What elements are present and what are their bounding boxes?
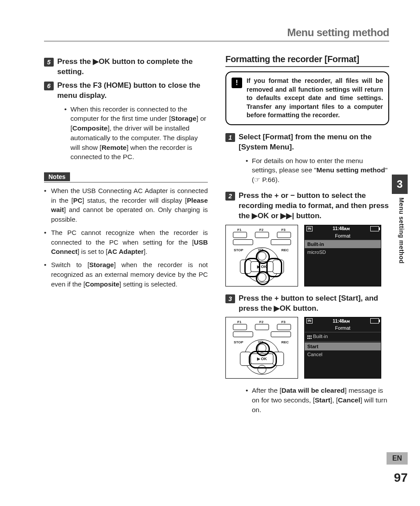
list-item: microSD — [305, 248, 381, 256]
step3-bullet: After the [Data will be cleared] message… — [246, 386, 389, 414]
step-number-2: 2 — [225, 192, 235, 201]
warning-text: If you format the recorder, all files wi… — [247, 77, 383, 120]
chapter-tab: 3 — [392, 175, 408, 194]
step-2-text: Press the + or − button to select the re… — [239, 191, 389, 221]
notes-label: Notes — [44, 172, 70, 181]
notes-rule — [44, 182, 208, 182]
section-heading-format: Formatting the recorder [Format] — [225, 54, 389, 64]
note-1: When the USB Connecting AC Adapter is co… — [44, 186, 208, 224]
screen-diagram-1: IN 11:48ᴀᴍ Format Built-in microSD — [304, 225, 381, 286]
screen-diagram-2: IN 11:48ᴀᴍ Format Built-in Start Cancel — [304, 317, 381, 379]
page-header-title: Menu setting method — [44, 26, 389, 41]
list-item: Start — [305, 342, 381, 350]
list-item: Built-in — [305, 332, 381, 340]
left-column: 5 Press the ▶OK button to complete the s… — [44, 54, 208, 421]
section-underline — [225, 66, 389, 67]
note-2: The PC cannot recognize when the recorde… — [44, 228, 208, 257]
step-number-1: 1 — [225, 133, 235, 142]
highlight-ok-icon — [249, 351, 277, 368]
step-5-text: Press the ▶OK button to complete the set… — [57, 57, 208, 77]
highlight-ok-left-icon — [244, 258, 260, 277]
battery-icon — [370, 226, 379, 231]
battery-icon — [370, 318, 379, 324]
play-icon: ▶ — [252, 212, 258, 220]
grid-icon — [307, 335, 312, 339]
list-item: Built-in — [305, 240, 381, 248]
device-diagram-2: F1 F2 F3 STOP REC VOL ▶OK — [225, 317, 298, 379]
fast-forward-icon: ▶▶| — [280, 212, 294, 220]
step-6-text: Press the F3 (HOME) button to close the … — [57, 81, 208, 101]
device-diagram-1: F1 F2 F3 STOP REC VOL — [225, 225, 298, 286]
step6-bullet: When this recorder is connected to the c… — [64, 104, 208, 162]
step-number-6: 6 — [44, 82, 54, 90]
page-number: 97 — [394, 471, 408, 485]
step-1-text: Select [Format] from the menu on the [Sy… — [239, 132, 389, 153]
right-column: Formatting the recorder [Format] ! If yo… — [225, 54, 389, 421]
play-icon: ▶ — [93, 57, 99, 66]
header-rule — [44, 41, 389, 42]
play-icon: ▶ — [274, 304, 280, 313]
warning-icon: ! — [232, 78, 242, 88]
chapter-side-label: Menu setting method — [398, 197, 405, 264]
highlight-fwd-icon — [266, 258, 282, 277]
step1-bullet: For details on how to enter the menu set… — [246, 156, 389, 185]
language-badge: EN — [387, 452, 408, 465]
note-3: Switch to [Storage] when the recorder is… — [44, 260, 208, 289]
step-3-text: Press the + button to select [Start], an… — [239, 294, 389, 314]
step-number-5: 5 — [44, 58, 54, 67]
list-item: Cancel — [305, 350, 381, 358]
step-number-3: 3 — [225, 294, 235, 303]
warning-box: ! If you format the recorder, all files … — [225, 71, 389, 125]
